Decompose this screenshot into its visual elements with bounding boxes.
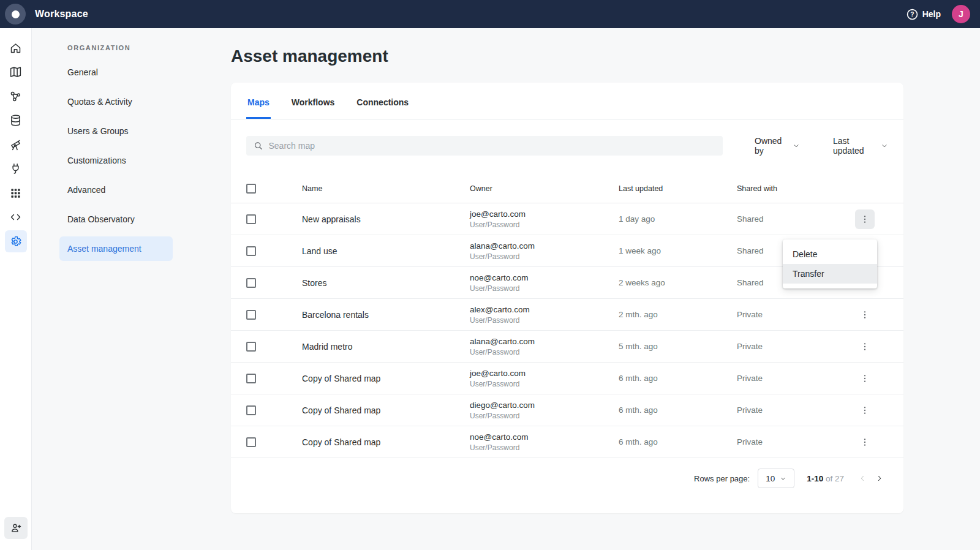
map-name[interactable]: Copy of Shared map xyxy=(302,437,470,447)
tab[interactable]: Maps xyxy=(246,83,271,119)
sidebar-item-label: Quotas & Activity xyxy=(67,97,132,107)
settings-sidebar: ORGANIZATION General Quotas & Activity U… xyxy=(32,28,231,550)
app-title: Workspace xyxy=(35,9,88,20)
map-name[interactable]: Copy of Shared map xyxy=(302,405,470,415)
icon-rail xyxy=(0,28,32,550)
sidebar-item[interactable]: Advanced xyxy=(59,178,173,202)
map-name[interactable]: Land use xyxy=(302,246,470,256)
last-updated-value: 1 week ago xyxy=(619,246,737,255)
sidebar-item-label: Customizations xyxy=(67,156,126,165)
asset-tabs: Maps Workflows Connections xyxy=(231,83,903,119)
sidebar-item[interactable]: General xyxy=(59,60,173,85)
map-name[interactable]: New appraisals xyxy=(302,214,470,224)
filter-row: Owned by Last updated xyxy=(246,136,888,156)
chevron-down-icon xyxy=(780,475,786,482)
table-row: Madrid metro alana@carto.com User/Passwo… xyxy=(231,331,903,363)
search-icon xyxy=(254,141,263,151)
user-avatar[interactable]: J xyxy=(952,5,970,23)
row-checkbox[interactable] xyxy=(246,246,256,256)
shared-with-value: Shared xyxy=(737,214,841,224)
workflows-icon[interactable] xyxy=(5,85,27,107)
sidebar-item-label: Advanced xyxy=(67,185,105,195)
settings-icon[interactable] xyxy=(5,230,27,252)
sidebar-item-label: Data Observatory xyxy=(67,214,135,224)
sidebar-item[interactable]: Data Observatory xyxy=(59,207,173,232)
invite-user-button[interactable] xyxy=(4,517,28,539)
sidebar-section-label: ORGANIZATION xyxy=(67,44,231,51)
tab[interactable]: Connections xyxy=(355,83,410,119)
kebab-icon xyxy=(860,437,870,447)
pagination-bar: Rows per page: 10 1-10 of 27 xyxy=(231,458,903,490)
kebab-icon xyxy=(860,405,870,415)
row-checkbox[interactable] xyxy=(246,310,256,320)
data-icon[interactable] xyxy=(5,110,27,132)
help-icon: ? xyxy=(907,9,918,20)
pagination-range: 1-10 of 27 xyxy=(807,474,844,483)
owner-auth-method: User/Password xyxy=(470,412,619,420)
workspace-logo-icon[interactable] xyxy=(5,4,26,24)
connections-icon[interactable] xyxy=(5,158,27,180)
owner-email: alana@carto.com xyxy=(470,241,619,251)
sidebar-item[interactable]: Quotas & Activity xyxy=(59,89,173,114)
help-button[interactable]: ? Help xyxy=(907,9,941,20)
chevron-left-icon xyxy=(858,474,867,483)
search-input[interactable] xyxy=(268,141,715,151)
map-name[interactable]: Barcelona rentals xyxy=(302,310,470,320)
owner-email: alana@carto.com xyxy=(470,337,619,346)
row-actions-menu-button[interactable] xyxy=(855,305,875,325)
home-icon[interactable] xyxy=(5,37,27,59)
last-updated-value: 6 mth. ago xyxy=(619,405,737,415)
sidebar-item[interactable]: Users & Groups xyxy=(59,119,173,143)
last-updated-value: 6 mth. ago xyxy=(619,437,737,446)
next-page-button[interactable] xyxy=(871,470,888,487)
shared-with-value: Private xyxy=(737,374,841,383)
table-row: New appraisals joe@carto.com User/Passwo… xyxy=(231,203,903,235)
rows-per-page-value: 10 xyxy=(766,474,775,483)
tab-label: Maps xyxy=(247,97,270,107)
row-checkbox[interactable] xyxy=(246,278,256,288)
tab-label: Workflows xyxy=(292,97,335,107)
row-actions-menu-button[interactable] xyxy=(855,401,875,420)
search-box[interactable] xyxy=(246,136,723,156)
map-name[interactable]: Copy of Shared map xyxy=(302,374,470,383)
context-menu-item[interactable]: Transfer xyxy=(783,264,877,284)
row-checkbox[interactable] xyxy=(246,405,256,415)
sidebar-item-label: Asset management xyxy=(67,244,141,254)
tab[interactable]: Workflows xyxy=(290,83,336,119)
applications-icon[interactable] xyxy=(5,182,27,204)
help-label: Help xyxy=(922,9,941,19)
row-checkbox[interactable] xyxy=(246,437,256,447)
owner-auth-method: User/Password xyxy=(470,348,619,356)
developers-icon[interactable] xyxy=(5,206,27,228)
previous-page-button[interactable] xyxy=(854,470,871,487)
owned-by-dropdown[interactable]: Owned by xyxy=(755,136,800,156)
rows-per-page-select[interactable]: 10 xyxy=(758,469,794,488)
maps-icon[interactable] xyxy=(5,61,27,83)
sidebar-item[interactable]: Customizations xyxy=(59,148,173,173)
last-updated-label: Last updated xyxy=(833,136,876,156)
context-menu-item[interactable]: Delete xyxy=(783,244,877,264)
invite-user-icon xyxy=(10,522,22,534)
last-updated-value: 6 mth. ago xyxy=(619,374,737,383)
data-observatory-icon[interactable] xyxy=(5,134,27,156)
row-checkbox[interactable] xyxy=(246,342,256,352)
row-actions-menu-button[interactable] xyxy=(855,369,875,388)
tab-label: Connections xyxy=(356,97,409,107)
owner-auth-method: User/Password xyxy=(470,316,619,325)
row-actions-menu-button[interactable] xyxy=(855,209,875,229)
owner-email: joe@carto.com xyxy=(470,209,619,219)
map-name[interactable]: Madrid metro xyxy=(302,342,470,352)
sidebar-item[interactable]: Asset management xyxy=(59,236,173,261)
row-actions-menu-button[interactable] xyxy=(855,337,875,356)
last-updated-dropdown[interactable]: Last updated xyxy=(833,136,888,156)
select-all-checkbox[interactable] xyxy=(246,184,256,194)
context-menu-item-label: Delete xyxy=(793,249,817,259)
row-checkbox[interactable] xyxy=(246,374,256,383)
chevron-down-icon xyxy=(881,142,888,149)
sidebar-item-label: General xyxy=(67,67,98,77)
top-bar: Workspace ? Help J xyxy=(0,0,980,28)
row-actions-menu-button[interactable] xyxy=(855,432,875,452)
shared-with-value: Private xyxy=(737,437,841,446)
map-name[interactable]: Stores xyxy=(302,278,470,288)
row-checkbox[interactable] xyxy=(246,214,256,224)
